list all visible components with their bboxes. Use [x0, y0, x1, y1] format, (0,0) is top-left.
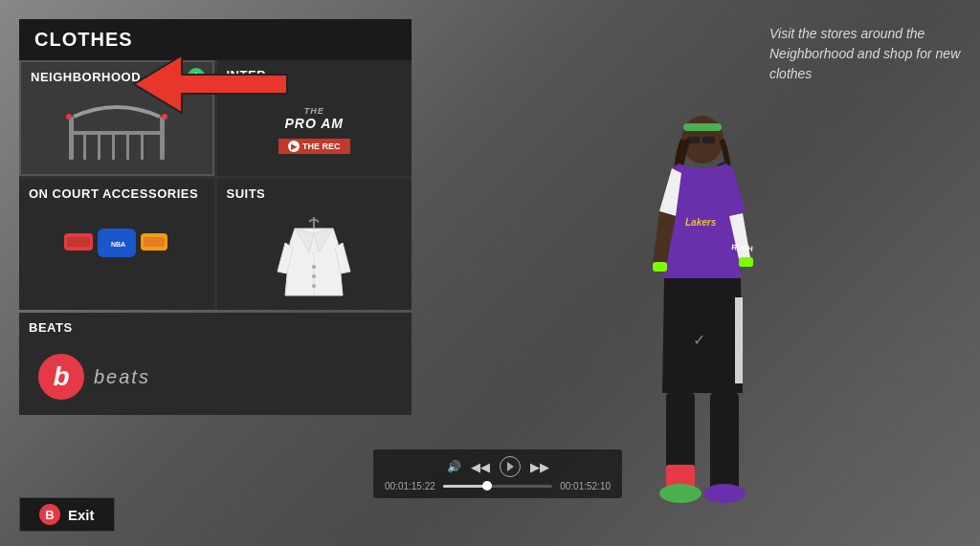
menu-item-proam[interactable]: INTER THE PRO AM ▶ THE REC	[217, 60, 412, 176]
beats-section[interactable]: BEATS b beats	[19, 313, 412, 415]
beats-logo-text: beats	[94, 366, 150, 388]
svg-point-10	[162, 114, 167, 120]
b-key-icon: B	[39, 504, 60, 525]
menu-grid: NEIGHBORHOOD !	[19, 60, 412, 310]
svg-point-35	[703, 484, 746, 503]
proam-label: INTER	[217, 60, 412, 86]
svg-rect-2	[160, 117, 165, 160]
suits-image	[217, 205, 412, 310]
svg-point-9	[66, 114, 72, 120]
time-current: 00:01:15:22	[385, 481, 435, 491]
svg-rect-5	[98, 131, 100, 160]
svg-rect-29	[735, 297, 743, 383]
svg-point-21	[312, 284, 316, 288]
exit-label: Exit	[68, 507, 95, 523]
svg-text:Lakers: Lakers	[685, 217, 717, 228]
svg-rect-6	[112, 131, 115, 160]
svg-rect-7	[126, 131, 129, 160]
beats-title: BEATS	[19, 313, 412, 339]
character-area: Lakers RUSH ✓	[597, 29, 808, 527]
svg-point-20	[312, 274, 316, 278]
progress-thumb	[482, 481, 492, 491]
svg-rect-12	[67, 237, 90, 247]
svg-rect-38	[653, 262, 667, 272]
time-total: 00:01:52:10	[560, 481, 611, 491]
menu-item-accessories[interactable]: ON COURT ACCESSORIES NBA	[19, 179, 214, 310]
svg-rect-24	[683, 123, 722, 131]
svg-rect-26	[702, 137, 715, 143]
neighborhood-image	[21, 88, 212, 174]
beats-logo: b beats	[19, 339, 412, 415]
svg-rect-28	[739, 257, 753, 267]
progress-fill	[443, 485, 487, 488]
svg-point-19	[312, 265, 316, 269]
menu-item-suits[interactable]: SUITS	[217, 179, 412, 310]
player-controls: 🔊 ◀◀ ▶▶	[385, 456, 611, 477]
left-panel: CLOTHES NEIGHBORHOOD !	[19, 19, 412, 527]
neighborhood-label: NEIGHBORHOOD	[21, 62, 212, 88]
play-button[interactable]	[500, 456, 521, 477]
svg-text:NBA: NBA	[111, 241, 125, 248]
svg-text:✓: ✓	[693, 332, 705, 348]
accessories-label: ON COURT ACCESSORIES	[19, 179, 214, 205]
notification-badge: !	[188, 68, 205, 85]
beats-icon: b	[38, 354, 84, 400]
volume-icon[interactable]: 🔊	[447, 460, 461, 473]
menu-item-neighborhood[interactable]: NEIGHBORHOOD !	[19, 60, 214, 176]
proam-image: THE PRO AM ▶ THE REC	[217, 86, 412, 172]
svg-rect-8	[141, 131, 144, 160]
media-player: 🔊 ◀◀ ▶▶ 00:01:15:22 00:01:52:10	[373, 449, 622, 498]
rewind-button[interactable]: ◀◀	[471, 460, 490, 474]
fastforward-button[interactable]: ▶▶	[530, 460, 549, 474]
exit-button[interactable]: B Exit	[19, 497, 115, 532]
suits-label: SUITS	[217, 179, 412, 205]
svg-rect-17	[144, 237, 165, 247]
progress-track[interactable]	[443, 485, 552, 488]
panel-title: CLOTHES	[19, 19, 412, 60]
svg-rect-1	[69, 117, 74, 160]
svg-rect-4	[83, 131, 86, 160]
accessories-image: NBA	[19, 205, 214, 281]
svg-point-34	[659, 484, 702, 503]
character-svg: Lakers RUSH ✓	[607, 87, 798, 527]
progress-bar: 00:01:15:22 00:01:52:10	[385, 481, 611, 491]
